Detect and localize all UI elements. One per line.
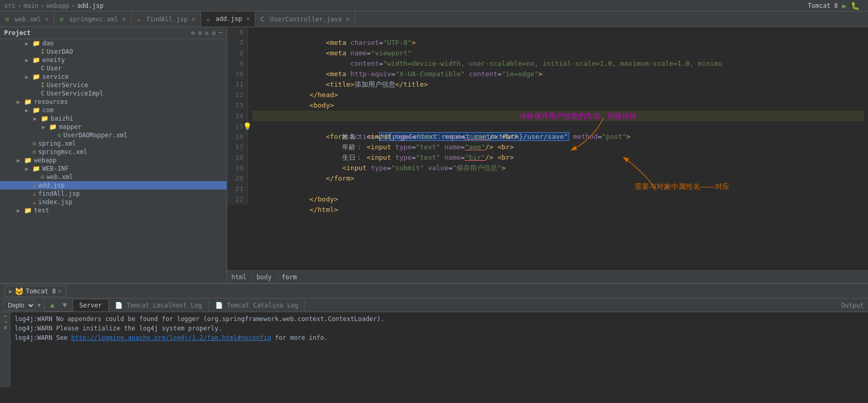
tree-webinf[interactable]: ▶ 📁 WEB-INF bbox=[0, 164, 227, 173]
deploy-container: Deplo ▼ bbox=[0, 299, 44, 312]
deploy-select[interactable]: Deplo bbox=[3, 300, 36, 311]
label-mapper: mapper bbox=[59, 123, 81, 131]
tree-spring-xml[interactable]: ⚙ spring.xml bbox=[0, 139, 227, 148]
label-dao: dao bbox=[42, 40, 54, 47]
code-line-8: content="width=device-width, user-scalab… bbox=[252, 48, 864, 58]
label-webapp: webapp bbox=[34, 157, 56, 164]
run-icon[interactable]: ▶ bbox=[842, 2, 847, 10]
sidebar-action-minimize[interactable]: ─ bbox=[219, 29, 222, 37]
arrow-webapp: ▶ bbox=[17, 157, 23, 164]
tree-add-jsp2[interactable]: ☕ add.jsp bbox=[0, 181, 227, 189]
label-web-xml2: web.xml bbox=[46, 173, 73, 181]
side-btn-1[interactable]: ↑ bbox=[2, 314, 9, 318]
tab-close-web-xml[interactable]: ✕ bbox=[45, 16, 49, 22]
sidebar-action-settings[interactable]: ⚙ bbox=[212, 29, 216, 37]
code-line-18: <input type="submit" value="保存用户信息"> bbox=[252, 152, 864, 163]
tree-index-jsp[interactable]: ☕ index.jsp bbox=[0, 198, 227, 206]
folder-icon-resources: 📁 bbox=[24, 98, 32, 105]
tree-dao[interactable]: ▶ 📁 dao bbox=[0, 39, 227, 48]
tree-user[interactable]: C User bbox=[0, 64, 227, 73]
label-test: test bbox=[34, 207, 49, 214]
code-line-12: <body> bbox=[252, 90, 864, 100]
tree-userdaomapper[interactable]: ⚙ UserDAOMapper.xml bbox=[0, 131, 227, 139]
label-add-jsp2: add.jsp bbox=[38, 182, 65, 189]
code-line-22: </html> bbox=[252, 194, 864, 205]
editor-scroll[interactable]: 6 7 8 9 10 11 12 13 14 15 16 17 18 19 20… bbox=[227, 27, 868, 270]
tab-close-add[interactable]: ✕ bbox=[246, 15, 250, 22]
ln-8: 8 bbox=[231, 48, 243, 58]
tab-web-xml[interactable]: ⚙ web.xml ✕ bbox=[0, 11, 54, 27]
folder-icon-baizhi: 📁 bbox=[41, 115, 49, 122]
ln-10: 10 bbox=[231, 69, 243, 79]
ln-19: 19 bbox=[231, 163, 243, 173]
tree-userserviceimpl[interactable]: C UserServiceImpl bbox=[0, 89, 227, 98]
ln-12: 12 bbox=[231, 90, 243, 100]
scroll-down-btn[interactable]: ▼ bbox=[59, 300, 71, 310]
tab-label-web-xml: web.xml bbox=[15, 16, 41, 23]
tab-springmvc-xml[interactable]: ⚙ springmvc.xml ✕ bbox=[54, 11, 132, 27]
tree-resources[interactable]: ▶ 📁 resources bbox=[0, 98, 227, 106]
log-link[interactable]: http://logging.apache.org/log4j/1.2/faq.… bbox=[71, 334, 271, 341]
code-line-21: </body> bbox=[252, 184, 864, 194]
tomcat-tab-close[interactable]: ✕ bbox=[58, 288, 62, 294]
interface-icon-userservice: I bbox=[41, 81, 44, 89]
breadcrumb-bar: src › main › webapp › add.jsp Tomcat 8 ▶… bbox=[0, 0, 868, 11]
side-btn-2[interactable]: ↓ bbox=[2, 320, 9, 324]
ln-18: 18 bbox=[231, 152, 243, 163]
sidebar-action-add[interactable]: ⊕ bbox=[191, 29, 195, 37]
scroll-up-btn[interactable]: ▲ bbox=[46, 300, 58, 310]
debug-icon[interactable]: 🐛 bbox=[851, 2, 860, 10]
subtab-localhost-log[interactable]: 📄 Tomcat Localhost Log bbox=[109, 300, 209, 311]
subtab-catalina-log[interactable]: 📄 Tomcat Catalina Log bbox=[209, 300, 306, 311]
arrow-spring-xml bbox=[25, 140, 31, 147]
tab-close-springmvc[interactable]: ✕ bbox=[122, 16, 126, 22]
tree-eneity[interactable]: ▶ 📁 eneity bbox=[0, 56, 227, 64]
tree-findAll-jsp2[interactable]: ☕ findAll.jsp bbox=[0, 189, 227, 198]
jsp-icon1: ☕ bbox=[137, 16, 144, 23]
bottom-tab-tomcat[interactable]: ▶ 🐱 Tomcat 8 ✕ bbox=[4, 286, 66, 297]
tree-userdao[interactable]: I UserDAO bbox=[0, 48, 227, 56]
code-line-16: 年龄： <input type="text" name="age"/> <br> bbox=[252, 132, 864, 142]
breadcrumb-src: src bbox=[4, 2, 16, 9]
tree-service[interactable]: ▶ 📁 service bbox=[0, 73, 227, 81]
tree-test[interactable]: ▶ 📁 test bbox=[0, 206, 227, 215]
ln-21: 21 bbox=[231, 184, 243, 194]
jsp-icon-findAll2: ☕ bbox=[32, 190, 36, 197]
arrow-userservice bbox=[33, 82, 40, 89]
status-bar: html › body › form bbox=[227, 270, 868, 283]
xml-icon: ⚙ bbox=[5, 16, 13, 23]
arrow-userdaomapper bbox=[50, 132, 56, 139]
arrow-test: ▶ bbox=[17, 207, 23, 214]
tree-com[interactable]: ▶ 📁 com bbox=[0, 106, 227, 114]
tab-findAll-jsp[interactable]: ☕ findAll.jsp ✕ bbox=[132, 11, 201, 27]
tab-close-controller[interactable]: ✕ bbox=[346, 16, 349, 22]
tab-usercontroller[interactable]: C UserController.java ✕ bbox=[255, 11, 355, 27]
run-icon-bottom: ▶ bbox=[9, 288, 13, 295]
sidebar-action-collapse[interactable]: ≡ bbox=[198, 29, 202, 37]
xml-icon-mapper: ⚙ bbox=[57, 132, 61, 139]
tab-add-jsp[interactable]: ☕ add.jsp ✕ bbox=[201, 11, 255, 27]
bc-sep2: › bbox=[276, 274, 279, 281]
subtab-server[interactable]: Server bbox=[73, 300, 109, 311]
arrow-dao: ▶ bbox=[25, 40, 31, 47]
tree-web-xml2[interactable]: ⚙ web.xml bbox=[0, 173, 227, 181]
sidebar-action-sort[interactable]: ⇅ bbox=[205, 29, 208, 37]
main-layout: Project ⊕ ≡ ⇅ ⚙ ─ ▶ 📁 dao I UserDAO ▶ 📁 … bbox=[0, 27, 868, 283]
bottom-subtabs: Deplo ▼ ▲ ▼ Server 📄 Tomcat Localhost Lo… bbox=[0, 299, 868, 312]
tree-mapper[interactable]: ▶ 📁 mapper bbox=[0, 123, 227, 131]
tree-baizhi[interactable]: ▶ 📁 baizhi bbox=[0, 114, 227, 123]
arrow-resources: ▶ bbox=[17, 99, 23, 105]
arrow-userserviceimpl bbox=[33, 90, 40, 97]
xml-icon-spring: ⚙ bbox=[32, 140, 36, 147]
tree-webapp[interactable]: ▶ 📁 webapp bbox=[0, 156, 227, 164]
code-line-11: </head> bbox=[252, 79, 864, 90]
side-btn-3[interactable]: ≡ bbox=[2, 326, 9, 329]
code-with-annotations: <meta charset="UTF-8"> <meta name="viewp… bbox=[248, 27, 868, 205]
tree-userservice[interactable]: I UserService bbox=[0, 81, 227, 89]
label-webinf: WEB-INF bbox=[42, 165, 69, 172]
label-user: User bbox=[46, 65, 62, 72]
tree-springmvc-xml2[interactable]: ⚙ springmvc.xml bbox=[0, 148, 227, 156]
label-userdao: UserDAO bbox=[46, 48, 73, 55]
tab-close-findAll[interactable]: ✕ bbox=[192, 16, 195, 22]
sep2: › bbox=[41, 2, 44, 9]
